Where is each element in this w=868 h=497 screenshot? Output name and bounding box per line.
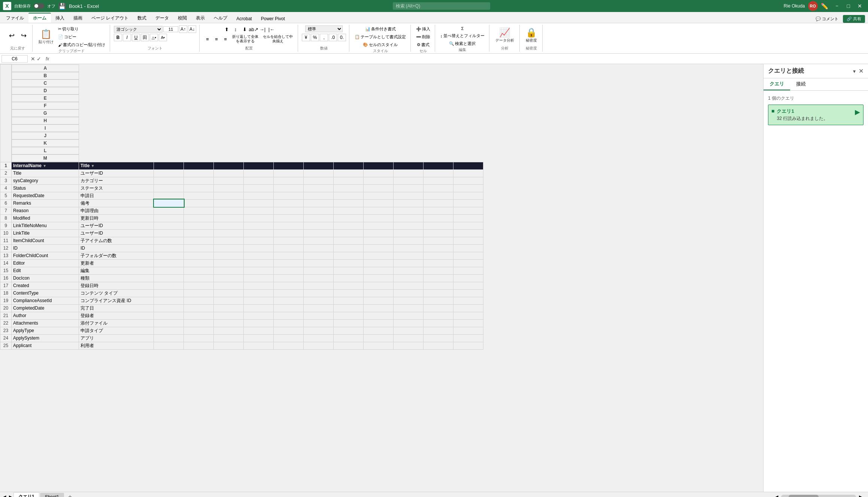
- scroll-thumb[interactable]: [789, 495, 819, 497]
- cell-L7[interactable]: [424, 207, 453, 214]
- save-icon[interactable]: 💾: [58, 3, 66, 10]
- cell-J8[interactable]: [364, 214, 394, 222]
- sheet-tab-sheet1[interactable]: Sheet1: [40, 493, 64, 497]
- cell-G9[interactable]: [274, 222, 304, 229]
- find-select-button[interactable]: 🔍 検索と選択: [447, 40, 477, 47]
- cell-G3[interactable]: [274, 177, 304, 184]
- panel-dropdown-icon[interactable]: ▾: [853, 68, 856, 74]
- col-header-g[interactable]: G: [12, 109, 79, 117]
- row-num-8[interactable]: 8: [0, 214, 12, 222]
- cell-G17[interactable]: [274, 282, 304, 289]
- cell-I14[interactable]: [334, 259, 364, 267]
- cell-K15[interactable]: [394, 267, 424, 274]
- cell-G13[interactable]: [274, 252, 304, 259]
- cell-b11[interactable]: 子アイテムの数: [79, 237, 154, 244]
- cell-E7[interactable]: [214, 207, 244, 214]
- cell-a20[interactable]: CompletedDate: [12, 304, 79, 312]
- cell-styles-button[interactable]: 🎨 セルのスタイル: [361, 41, 399, 48]
- cell-M25[interactable]: [453, 342, 483, 349]
- cell-a4[interactable]: Status: [12, 184, 79, 192]
- format-cells-button[interactable]: ⚙ 書式: [415, 41, 431, 48]
- cell-b22[interactable]: 添付ファイル: [79, 319, 154, 327]
- cell-D16[interactable]: [184, 274, 214, 282]
- cell-L12[interactable]: [424, 244, 453, 252]
- cell-a1[interactable]: InternalName ▼: [12, 162, 79, 169]
- grid-scroll[interactable]: A B C D E F G H I J K L M: [0, 64, 763, 492]
- comment-button[interactable]: 💬 コメント: [814, 15, 840, 22]
- col-header-l[interactable]: L: [12, 147, 79, 154]
- cell-H8[interactable]: [304, 214, 334, 222]
- scroll-left-button[interactable]: ◀: [774, 494, 780, 497]
- cell-F22[interactable]: [244, 319, 274, 327]
- cell-J18[interactable]: [364, 289, 394, 297]
- col-header-j[interactable]: J: [12, 132, 79, 139]
- cell-I23[interactable]: [334, 327, 364, 334]
- row-num-7[interactable]: 7: [0, 207, 12, 214]
- cell-L6[interactable]: [424, 199, 453, 207]
- cell-h1[interactable]: [304, 162, 334, 169]
- cell-I22[interactable]: [334, 319, 364, 327]
- cell-C2[interactable]: [154, 169, 184, 177]
- cell-D17[interactable]: [184, 282, 214, 289]
- cell-K9[interactable]: [394, 222, 424, 229]
- cell-G5[interactable]: [274, 192, 304, 199]
- cell-M6[interactable]: [453, 199, 483, 207]
- cell-J10[interactable]: [364, 229, 394, 237]
- cell-D2[interactable]: [184, 169, 214, 177]
- cell-J16[interactable]: [364, 274, 394, 282]
- cell-D5[interactable]: [184, 192, 214, 199]
- cell-F24[interactable]: [244, 334, 274, 342]
- tab-insert[interactable]: 挿入: [51, 13, 69, 23]
- cell-G16[interactable]: [274, 274, 304, 282]
- cell-D20[interactable]: [184, 304, 214, 312]
- cell-F13[interactable]: [244, 252, 274, 259]
- cell-D11[interactable]: [184, 237, 214, 244]
- cell-D9[interactable]: [184, 222, 214, 229]
- cell-L3[interactable]: [424, 177, 453, 184]
- cell-a3[interactable]: sysCategory: [12, 177, 79, 184]
- underline-button[interactable]: U: [132, 34, 140, 41]
- cell-L8[interactable]: [424, 214, 453, 222]
- col-header-i[interactable]: I: [12, 124, 79, 132]
- increase-decimal-button[interactable]: .0: [329, 34, 337, 41]
- cell-L21[interactable]: [424, 312, 453, 319]
- cell-K16[interactable]: [394, 274, 424, 282]
- cell-D24[interactable]: [184, 334, 214, 342]
- orientation-button[interactable]: ab↗: [249, 25, 258, 33]
- row-num-6[interactable]: 6: [0, 199, 12, 207]
- query-expand-icon[interactable]: ▶: [855, 108, 860, 116]
- comma-button[interactable]: ,: [320, 34, 328, 41]
- scroll-right-button[interactable]: ▶: [858, 494, 864, 497]
- cell-I8[interactable]: [334, 214, 364, 222]
- confirm-formula-icon[interactable]: ✓: [37, 56, 41, 62]
- cell-a5[interactable]: RequestedDate: [12, 192, 79, 199]
- cell-D3[interactable]: [184, 177, 214, 184]
- cell-l1[interactable]: [424, 162, 453, 169]
- tab-data[interactable]: データ: [151, 13, 173, 23]
- cell-M12[interactable]: [453, 244, 483, 252]
- cell-K21[interactable]: [394, 312, 424, 319]
- cell-F19[interactable]: [244, 297, 274, 304]
- sort-filter-button[interactable]: ↕ 並べ替えとフィルター: [439, 32, 486, 39]
- cell-D23[interactable]: [184, 327, 214, 334]
- pen-icon[interactable]: ✏️: [821, 3, 828, 10]
- cell-F11[interactable]: [244, 237, 274, 244]
- cell-M5[interactable]: [453, 192, 483, 199]
- cell-C23[interactable]: [154, 327, 184, 334]
- cell-F5[interactable]: [244, 192, 274, 199]
- tab-formula[interactable]: 数式: [133, 13, 151, 23]
- cell-J12[interactable]: [364, 244, 394, 252]
- panel-tab-query[interactable]: クエリ: [764, 78, 790, 90]
- cell-C21[interactable]: [154, 312, 184, 319]
- cell-K6[interactable]: [394, 199, 424, 207]
- cell-G12[interactable]: [274, 244, 304, 252]
- tab-draw[interactable]: 描画: [69, 13, 87, 23]
- cell-b8[interactable]: 更新日時: [79, 214, 154, 222]
- cell-F23[interactable]: [244, 327, 274, 334]
- cell-a13[interactable]: FolderChildCount: [12, 252, 79, 259]
- cell-g1[interactable]: [274, 162, 304, 169]
- cell-e1[interactable]: [214, 162, 244, 169]
- row-num-10[interactable]: 10: [0, 229, 12, 237]
- cell-H14[interactable]: [304, 259, 334, 267]
- cell-H22[interactable]: [304, 319, 334, 327]
